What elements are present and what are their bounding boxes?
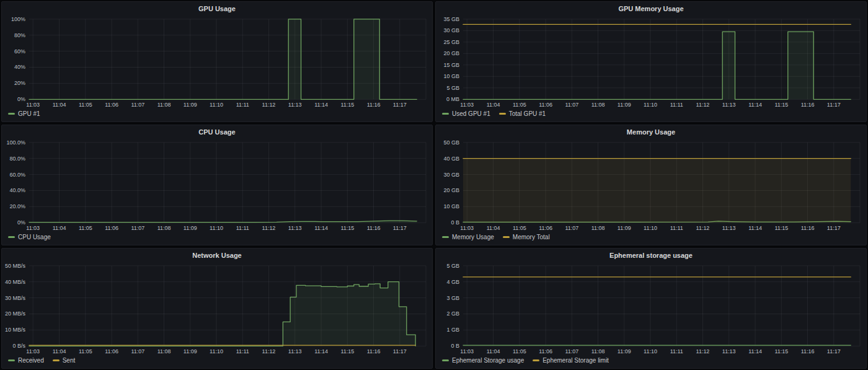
legend-item-memory-usage[interactable]: Memory Usage (442, 234, 494, 240)
cpu-usage-chart[interactable]: 0%20.0%40.0%60.0%80.0%100.0%11:0311:0411… (2, 138, 432, 232)
svg-text:11:04: 11:04 (487, 225, 500, 231)
svg-text:35 GB: 35 GB (443, 16, 459, 22)
svg-text:15 GB: 15 GB (443, 62, 459, 68)
panel-title-cpu-usage[interactable]: CPU Usage (2, 125, 432, 138)
svg-text:40 MB/s: 40 MB/s (5, 279, 25, 285)
svg-text:11:12: 11:12 (696, 102, 710, 108)
svg-text:11:12: 11:12 (696, 225, 710, 231)
svg-text:11:10: 11:10 (644, 102, 657, 108)
series-color-dash-icon (8, 113, 15, 115)
svg-text:11:10: 11:10 (210, 348, 223, 355)
svg-text:11:05: 11:05 (513, 348, 526, 355)
legend-item-sent[interactable]: Sent (53, 357, 76, 364)
svg-text:11:10: 11:10 (210, 102, 223, 108)
svg-text:0 MB: 0 MB (446, 96, 459, 102)
series-color-dash-icon (53, 359, 60, 361)
network-usage-chart[interactable]: 0 B/s10 MB/s20 MB/s30 MB/s40 MB/s50 MB/s… (2, 261, 432, 355)
svg-text:11:14: 11:14 (314, 348, 328, 355)
chart-canvas: 0%20.0%40.0%60.0%80.0%100.0%11:0311:0411… (2, 138, 432, 232)
svg-text:11:03: 11:03 (460, 348, 474, 355)
svg-text:10 GB: 10 GB (443, 203, 459, 209)
svg-text:11:08: 11:08 (157, 225, 171, 231)
svg-text:10 GB: 10 GB (443, 73, 459, 79)
svg-text:100.0%: 100.0% (7, 139, 26, 146)
svg-text:5 GB: 5 GB (446, 85, 459, 91)
svg-text:11:03: 11:03 (460, 102, 474, 108)
svg-text:80.0%: 80.0% (9, 156, 25, 162)
svg-text:11:16: 11:16 (801, 348, 815, 355)
series-color-dash-icon (533, 359, 539, 361)
svg-text:11:08: 11:08 (591, 225, 605, 231)
svg-text:11:10: 11:10 (644, 348, 657, 355)
svg-text:60.0%: 60.0% (9, 172, 25, 178)
svg-text:11:05: 11:05 (79, 225, 92, 231)
gpu-usage-chart[interactable]: 0%20%40%60%80%100%11:0311:0411:0511:0611… (2, 14, 432, 108)
svg-text:11:09: 11:09 (184, 102, 197, 108)
svg-text:11:09: 11:09 (618, 102, 631, 108)
svg-text:11:05: 11:05 (79, 348, 92, 355)
panel-title-ephemeral-storage-usage[interactable]: Ephemeral storage usage (436, 249, 866, 261)
panel-title-network-usage[interactable]: Network Usage (2, 249, 432, 261)
svg-text:11:16: 11:16 (367, 102, 381, 108)
svg-text:11:06: 11:06 (105, 102, 118, 108)
svg-text:11:13: 11:13 (722, 225, 736, 231)
svg-text:11:04: 11:04 (487, 348, 500, 355)
svg-text:11:15: 11:15 (340, 348, 354, 355)
memory-usage-legend: Memory UsageMemory Total (436, 232, 866, 245)
svg-text:11:13: 11:13 (288, 348, 302, 355)
legend-label: GPU #1 (18, 110, 40, 117)
svg-text:1 GB: 1 GB (446, 327, 459, 333)
svg-text:11:08: 11:08 (157, 102, 171, 108)
svg-text:10 MB/s: 10 MB/s (5, 327, 25, 333)
svg-text:11:11: 11:11 (236, 102, 249, 108)
gpu-usage-legend: GPU #1 (2, 108, 432, 121)
svg-text:11:06: 11:06 (539, 102, 552, 108)
svg-text:40%: 40% (14, 64, 25, 71)
series-color-dash-icon (442, 359, 449, 361)
svg-text:0 B: 0 B (451, 219, 459, 226)
svg-text:11:04: 11:04 (53, 348, 66, 355)
legend-item-memory-total[interactable]: Memory Total (503, 234, 550, 240)
panel-title-gpu-usage[interactable]: GPU Usage (2, 2, 432, 14)
legend-item-ephemeral-storage-limit[interactable]: Ephemeral Storage limit (533, 357, 609, 364)
svg-text:11:03: 11:03 (26, 348, 40, 355)
svg-text:11:11: 11:11 (236, 348, 249, 355)
legend-item-received[interactable]: Received (8, 357, 44, 364)
svg-text:11:16: 11:16 (367, 348, 381, 355)
legend-item-total-gpu-1[interactable]: Total GPU #1 (499, 110, 546, 117)
svg-text:11:13: 11:13 (722, 102, 736, 108)
ephemeral-storage-usage-legend: Ephemeral Storage usageEphemeral Storage… (436, 355, 866, 368)
legend-item-cpu-usage[interactable]: CPU Usage (8, 234, 51, 240)
legend-item-used-gpu-1[interactable]: Used GPU #1 (442, 110, 490, 117)
chart-canvas: 0 B/s10 MB/s20 MB/s30 MB/s40 MB/s50 MB/s… (2, 261, 432, 355)
svg-text:20 MB/s: 20 MB/s (5, 311, 25, 317)
ephemeral-storage-usage-chart[interactable]: 0 B1 GB2 GB3 GB4 GB5 GB11:0311:0411:0511… (436, 261, 866, 355)
svg-text:11:06: 11:06 (539, 225, 552, 231)
dashboard-grid: GPU Usage 0%20%40%60%80%100%11:0311:0411… (0, 0, 868, 370)
svg-text:20 GB: 20 GB (443, 188, 459, 194)
panel-title-memory-usage[interactable]: Memory Usage (436, 125, 866, 138)
legend-item-ephemeral-storage-usage[interactable]: Ephemeral Storage usage (442, 357, 524, 364)
legend-label: Memory Usage (452, 234, 494, 240)
svg-text:0%: 0% (17, 96, 25, 102)
gpu-memory-usage-chart[interactable]: 0 MB5 GB10 GB15 GB20 GB25 GB30 GB35 GB11… (436, 14, 866, 108)
panel-gpu-usage: GPU Usage 0%20%40%60%80%100%11:0311:0411… (1, 1, 433, 122)
svg-text:60%: 60% (14, 48, 25, 55)
svg-text:11:04: 11:04 (53, 102, 66, 108)
panel-cpu-usage: CPU Usage 0%20.0%40.0%60.0%80.0%100.0%11… (1, 125, 433, 245)
svg-text:4 GB: 4 GB (446, 279, 459, 285)
svg-text:11:06: 11:06 (105, 225, 118, 231)
svg-text:25 GB: 25 GB (443, 39, 459, 45)
gpu-memory-usage-legend: Used GPU #1Total GPU #1 (436, 108, 866, 121)
svg-text:11:17: 11:17 (393, 102, 407, 108)
svg-text:11:09: 11:09 (184, 225, 197, 231)
svg-text:40.0%: 40.0% (9, 188, 25, 194)
network-usage-legend: ReceivedSent (2, 355, 432, 368)
svg-text:11:15: 11:15 (774, 102, 788, 108)
panel-title-gpu-memory-usage[interactable]: GPU Memory Usage (436, 2, 866, 14)
memory-usage-chart[interactable]: 0 B10 GB20 GB30 GB40 GB50 GB11:0311:0411… (436, 138, 866, 232)
legend-label: Sent (63, 357, 76, 364)
legend-item-gpu-1[interactable]: GPU #1 (8, 110, 40, 117)
svg-text:11:09: 11:09 (184, 348, 197, 355)
panel-memory-usage: Memory Usage 0 B10 GB20 GB30 GB40 GB50 G… (435, 125, 867, 245)
